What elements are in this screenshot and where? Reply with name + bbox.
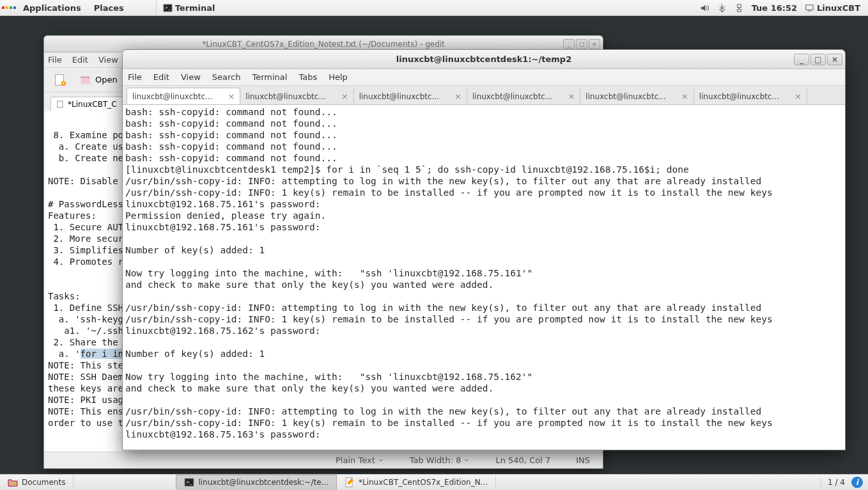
text-editor-icon [345, 477, 355, 487]
maximize-button[interactable]: □ [810, 54, 826, 65]
terminal-menu-view[interactable]: View [181, 72, 201, 82]
terminal-tab-label: linuxcbt@linuxcbtc... [585, 92, 665, 101]
close-tab-icon[interactable]: × [454, 91, 461, 101]
document-icon [56, 100, 64, 108]
gedit-title: *LinuxCBT_CentOS7x_Edition_Notest.txt (~… [202, 40, 445, 49]
active-app-indicator[interactable]: >_ Terminal [156, 0, 222, 16]
svg-rect-11 [58, 101, 63, 107]
terminal-menu-edit[interactable]: Edit [153, 72, 169, 82]
folder-icon [8, 477, 18, 487]
close-tab-icon[interactable]: × [568, 91, 575, 101]
line-col-indicator: Ln 540, Col 7 [495, 455, 550, 465]
chevron-down-icon [378, 457, 384, 464]
terminal-menu-help[interactable]: Help [329, 72, 348, 82]
svg-rect-3 [737, 9, 741, 12]
terminal-tab-4[interactable]: linuxcbt@linuxcbtc...× [580, 88, 694, 104]
applications-menu[interactable]: Applications [17, 3, 88, 13]
svg-text:>_: >_ [186, 480, 192, 485]
terminal-tab-label: linuxcbt@linuxcbtc... [245, 92, 325, 101]
terminal-output[interactable]: bash: ssh-copyid: command not found... b… [123, 105, 845, 450]
close-tab-icon[interactable]: × [341, 91, 348, 101]
insert-mode-indicator: INS [576, 455, 590, 465]
gnome-foot-icon [4, 3, 14, 13]
desktop: *LinuxCBT_CentOS7x_Edition_Notest.txt (~… [0, 16, 868, 474]
terminal-menu-tabs[interactable]: Tabs [298, 72, 317, 82]
terminal-menu-search[interactable]: Search [212, 72, 241, 82]
open-button[interactable]: Open [75, 71, 121, 89]
svg-rect-9 [81, 76, 90, 78]
svg-text:>_: >_ [165, 5, 171, 10]
terminal-titlebar[interactable]: linuxcbt@linuxcbtcentdesk1:~/temp2 _ □ × [123, 50, 845, 69]
terminal-menu-file[interactable]: File [128, 72, 142, 82]
chevron-down-icon [463, 457, 470, 464]
open-icon [79, 73, 93, 87]
gedit-statusbar: Plain Text Tab Width: 8 Ln 540, Col 7 IN… [44, 452, 603, 468]
user-menu[interactable]: LinuxCBT [805, 3, 860, 13]
terminal-tab-2[interactable]: linuxcbt@linuxcbtc...× [354, 88, 467, 104]
info-icon[interactable]: i [851, 477, 863, 488]
terminal-tabs: linuxcbt@linuxcbtc...×linuxcbt@linuxcbtc… [123, 86, 845, 105]
terminal-menu-terminal[interactable]: Terminal [252, 72, 287, 82]
clock[interactable]: Tue 16:52 [752, 3, 797, 13]
terminal-tab-label: linuxcbt@linuxcbtc... [472, 92, 552, 101]
task-terminal[interactable]: >_ linuxcbt@linuxcbtcentdesk:~/te... [176, 475, 337, 491]
terminal-tab-1[interactable]: linuxcbt@linuxcbtc...× [240, 88, 353, 104]
network-icon[interactable] [734, 3, 744, 13]
terminal-tab-0[interactable]: linuxcbt@linuxcbtc...× [127, 88, 240, 104]
terminal-title: linuxcbt@linuxcbtcentdesk1:~/temp2 [396, 54, 571, 64]
terminal-icon: >_ [184, 477, 194, 487]
close-tab-icon[interactable]: × [794, 91, 802, 101]
places-menu[interactable]: Places [88, 3, 130, 13]
language-selector[interactable]: Plain Text [336, 455, 384, 465]
terminal-icon: >_ [163, 3, 173, 13]
terminal-tab-label: linuxcbt@linuxcbtc... [132, 92, 212, 101]
new-file-icon [53, 73, 67, 87]
terminal-tab-3[interactable]: linuxcbt@linuxcbtc...× [467, 88, 580, 104]
maximize-button[interactable]: □ [576, 39, 587, 49]
gedit-menu-edit[interactable]: Edit [72, 55, 88, 65]
gedit-menu-view[interactable]: View [98, 55, 118, 65]
terminal-menubar: FileEditViewSearchTerminalTabsHelp [123, 69, 845, 86]
gedit-menu-file[interactable]: File [48, 55, 62, 65]
svg-rect-10 [81, 78, 91, 84]
bluetooth-icon[interactable] [717, 3, 727, 13]
close-button[interactable]: × [589, 39, 600, 49]
terminal-tab-label: linuxcbt@linuxcbtc... [699, 92, 779, 101]
svg-rect-5 [806, 4, 813, 10]
top-panel: Applications Places >_ Terminal Tue 16:5… [0, 0, 868, 16]
task-documents[interactable]: Documents [0, 475, 74, 491]
minimize-button[interactable]: _ [563, 39, 575, 49]
volume-icon[interactable] [700, 3, 709, 13]
bottom-panel: Documents >_ linuxcbt@linuxcbtcentdesk:~… [0, 474, 868, 490]
gedit-document-tab[interactable]: *LinuxCBT_C × [50, 97, 133, 111]
terminal-tab-label: linuxcbt@linuxcbtc... [359, 92, 439, 101]
close-button[interactable]: × [827, 54, 842, 65]
new-file-button[interactable] [49, 71, 71, 89]
monitor-icon [805, 3, 814, 13]
workspace-indicator[interactable]: 1 / 4 [821, 478, 845, 487]
terminal-tab-5[interactable]: linuxcbt@linuxcbtc...× [694, 88, 807, 104]
tabwidth-selector[interactable]: Tab Width: 8 [410, 455, 470, 465]
terminal-window: linuxcbt@linuxcbtcentdesk1:~/temp2 _ □ ×… [122, 49, 846, 450]
close-tab-icon[interactable]: × [681, 91, 688, 101]
minimize-button[interactable]: _ [794, 54, 809, 65]
close-tab-icon[interactable]: × [228, 91, 235, 101]
svg-rect-2 [737, 4, 741, 7]
task-gedit[interactable]: *LinuxCBT_CentOS7x_Edition_N... [337, 475, 496, 491]
